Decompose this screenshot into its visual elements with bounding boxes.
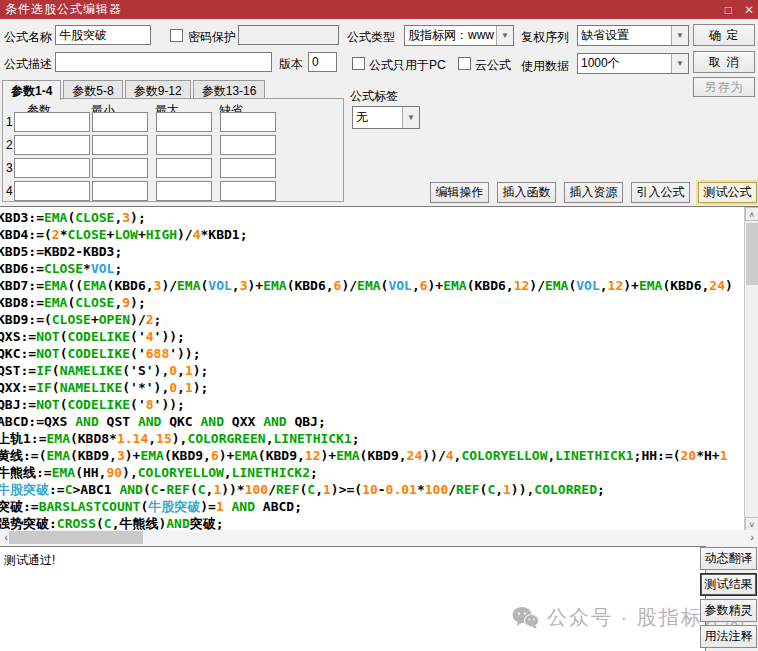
edit-ops-button[interactable]: 编辑操作 xyxy=(430,182,489,203)
scroll-right-icon[interactable]: › xyxy=(746,530,758,546)
chevron-down-icon[interactable]: ▼ xyxy=(496,26,513,45)
horizontal-scroll-thumb[interactable] xyxy=(9,531,143,544)
param-row-number: 1 xyxy=(6,115,13,129)
tab-params-3[interactable]: 参数9-12 xyxy=(125,80,191,99)
code-line: KBD3:=EMA(CLOSE,3); xyxy=(0,209,744,226)
param-row-number: 4 xyxy=(6,184,13,198)
formula-type-value: 股指标网：www xyxy=(405,25,496,46)
maximize-icon[interactable]: □ xyxy=(725,3,732,17)
cancel-button[interactable]: 取 消 xyxy=(693,51,755,73)
code-line: KBD4:=(2*CLOSE+LOW+HIGH)/4*KBD1; xyxy=(0,226,744,243)
param-input-r2-c2[interactable] xyxy=(92,135,148,155)
param-wizard-button[interactable]: 参数精灵 xyxy=(700,599,757,622)
formula-type-label: 公式类型 xyxy=(347,29,395,46)
insert-resource-button[interactable]: 插入资源 xyxy=(564,182,623,203)
dynamic-translate-button[interactable]: 动态翻译 xyxy=(700,547,757,570)
cloud-label: 云公式 xyxy=(475,57,511,74)
test-result-button[interactable]: 测试结果 xyxy=(700,573,757,596)
pc-only-checkbox[interactable] xyxy=(352,57,365,70)
code-line: KBD9:=(CLOSE+OPEN)/2; xyxy=(0,311,744,328)
formula-name-input[interactable] xyxy=(55,25,151,45)
use-data-select[interactable]: 1000个 ▼ xyxy=(577,53,689,74)
vertical-scrollbar[interactable]: ˄ ˅ xyxy=(744,207,758,531)
param-input-r4-c4[interactable] xyxy=(220,181,276,201)
code-line: 牛股突破:=C>ABC1 AND(C-REF(C,1))*100/REF(C,1… xyxy=(0,481,744,498)
status-message: 测试通过! xyxy=(4,552,55,569)
param-input-r2-c3[interactable] xyxy=(156,135,212,155)
usage-notes-button[interactable]: 用法注释 xyxy=(700,625,757,648)
version-input[interactable] xyxy=(308,52,337,72)
param-row-number: 3 xyxy=(6,161,13,175)
fuquan-select[interactable]: 缺省设置 ▼ xyxy=(577,25,689,46)
formula-desc-input[interactable] xyxy=(55,52,272,72)
param-input-r2-c1[interactable] xyxy=(14,135,90,155)
use-data-value: 1000个 xyxy=(578,53,671,74)
ok-button[interactable]: 确 定 xyxy=(693,24,755,46)
cloud-checkbox[interactable] xyxy=(458,57,471,70)
param-input-r4-c3[interactable] xyxy=(156,181,212,201)
chevron-down-icon[interactable]: ▼ xyxy=(671,26,688,45)
password-label: 密码保护 xyxy=(188,29,236,46)
formula-tag-label: 公式标签 xyxy=(350,88,398,105)
formula-tag-value: 无 xyxy=(353,107,402,128)
use-data-label: 使用数据 xyxy=(521,58,569,75)
insert-function-button[interactable]: 插入函数 xyxy=(497,182,556,203)
param-input-r4-c1[interactable] xyxy=(14,181,90,201)
test-result-panel: 测试通过! xyxy=(0,546,706,651)
param-input-r1-c4[interactable] xyxy=(220,112,276,132)
tab-params-2[interactable]: 参数5-8 xyxy=(63,80,122,99)
scroll-up-icon[interactable]: ˄ xyxy=(745,207,758,221)
save-as-button: 另存为 xyxy=(693,77,755,97)
title-bar[interactable]: 条件选股公式编辑器 □ ✕ xyxy=(0,0,758,19)
param-input-r4-c2[interactable] xyxy=(92,181,148,201)
code-line: KBD8:=EMA(CLOSE,9); xyxy=(0,294,744,311)
code-line: QXS:=NOT(CODELIKE('4')); xyxy=(0,328,744,345)
param-input-r1-c3[interactable] xyxy=(156,112,212,132)
vertical-scroll-thumb[interactable] xyxy=(746,223,758,285)
import-formula-button[interactable]: 引入公式 xyxy=(631,182,690,203)
code-line: 黄线:=(EMA(KBD9,3)+EMA(KBD9,6)+EMA(KBD9,12… xyxy=(0,447,744,464)
fuquan-value: 缺省设置 xyxy=(578,25,671,46)
param-input-r3-c1[interactable] xyxy=(14,158,90,178)
code-line: QXX:=IF(NAMELIKE('*'),0,1); xyxy=(0,379,744,396)
code-line: KBD6:=CLOSE*VOL; xyxy=(0,260,744,277)
formula-type-select[interactable]: 股指标网：www ▼ xyxy=(404,25,514,46)
code-line: 上轨1:=EMA(KBD8*1.14,15),COLORGREEN,LINETH… xyxy=(0,430,744,447)
code-line: ABCD:=QXS AND QST AND QKC AND QXX AND QB… xyxy=(0,413,744,430)
param-row-number: 2 xyxy=(6,138,13,152)
tab-params-1[interactable]: 参数1-4 xyxy=(2,80,61,100)
code-line: 牛熊线:=EMA(HH,90),COLORYELLOW,LINETHICK2; xyxy=(0,464,744,481)
chevron-down-icon[interactable]: ▼ xyxy=(671,54,688,73)
close-icon[interactable]: ✕ xyxy=(744,3,754,17)
editor-toolbar: 编辑操作插入函数插入资源引入公式测试公式 xyxy=(430,182,758,204)
wechat-icon xyxy=(512,606,539,629)
formula-desc-label: 公式描述 xyxy=(4,56,52,73)
code-line: QST:=IF(NAMELIKE('S'),0,1); xyxy=(0,362,744,379)
password-checkbox[interactable] xyxy=(170,29,183,42)
code-line: QBJ:=NOT(CODELIKE('8')); xyxy=(0,396,744,413)
chevron-down-icon[interactable]: ▼ xyxy=(402,107,419,128)
param-groupbox: 参数最小最大缺省1234 xyxy=(2,98,344,202)
param-input-r3-c2[interactable] xyxy=(92,158,148,178)
password-input xyxy=(238,25,339,45)
param-input-r2-c4[interactable] xyxy=(220,135,276,155)
code-line: QKC:=NOT(CODELIKE('688')); xyxy=(0,345,744,362)
window-title: 条件选股公式编辑器 xyxy=(0,1,122,18)
formula-editor-dialog: 条件选股公式编辑器 □ ✕ 公式名称 密码保护 公式类型 股指标网：www ▼ … xyxy=(0,0,758,651)
fuquan-label: 复权序列 xyxy=(521,29,569,46)
code-editor[interactable]: KBD3:=EMA(CLOSE,3);KBD4:=(2*CLOSE+LOW+HI… xyxy=(0,206,758,546)
pc-only-label: 公式只用于PC xyxy=(369,57,446,74)
param-input-r1-c1[interactable] xyxy=(14,112,90,132)
horizontal-scrollbar[interactable]: ‹ › xyxy=(0,530,758,546)
code-line: 突破:=BARSLASTCOUNT(牛股突破)=1 AND ABCD; xyxy=(0,498,744,515)
tab-params-4[interactable]: 参数13-16 xyxy=(193,80,266,99)
test-formula-button[interactable]: 测试公式 xyxy=(698,182,757,203)
version-label: 版本 xyxy=(279,56,303,73)
code-text[interactable]: KBD3:=EMA(CLOSE,3);KBD4:=(2*CLOSE+LOW+HI… xyxy=(0,209,744,535)
param-input-r3-c4[interactable] xyxy=(220,158,276,178)
param-input-r1-c2[interactable] xyxy=(92,112,148,132)
param-input-r3-c3[interactable] xyxy=(156,158,212,178)
scroll-down-icon[interactable]: ˅ xyxy=(745,517,758,531)
formula-tag-select[interactable]: 无 ▼ xyxy=(352,106,420,129)
code-line: KBD7:=EMA((EMA(KBD6,3)/EMA(VOL,3)+EMA(KB… xyxy=(0,277,744,294)
